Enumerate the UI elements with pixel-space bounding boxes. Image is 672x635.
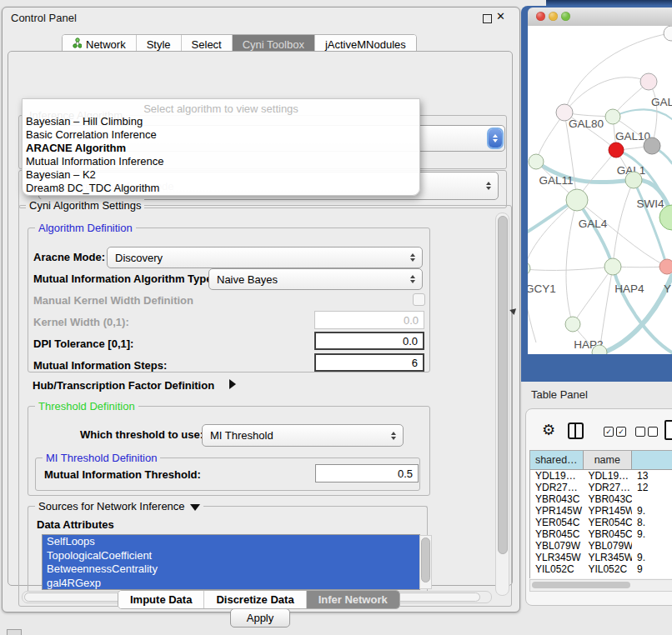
attribute-item[interactable]: BetweennessCentrality: [43, 562, 419, 577]
table-row[interactable]: YIL052CYIL052C9: [530, 563, 672, 575]
expand-arrow-icon[interactable]: [229, 379, 236, 389]
window-restore-icon[interactable]: [483, 14, 492, 23]
data-attributes-label: Data Attributes: [37, 518, 114, 531]
table-cell: YDL19…: [583, 470, 632, 482]
table-cell: YDL19…: [530, 470, 583, 482]
bottom-tab-discretize-data[interactable]: Discretize Data: [204, 591, 306, 608]
bottom-tab-infer-network[interactable]: Infer Network: [307, 591, 399, 608]
combo-stepper-icon[interactable]: [489, 129, 502, 148]
zoom-light[interactable]: [561, 12, 570, 21]
bottom-tab-impute-data[interactable]: Impute Data: [118, 591, 204, 608]
table-cell: YPR145W: [530, 505, 583, 517]
checked-box-icon[interactable]: ✓: [616, 427, 626, 437]
column-header[interactable]: shared…: [530, 451, 584, 469]
table-cell: [632, 540, 672, 552]
table-cell: YBR043C: [530, 493, 583, 505]
which-threshold-combo[interactable]: MI Threshold: [202, 424, 404, 447]
network-node-y[interactable]: [659, 259, 672, 274]
list-scrollbar[interactable]: [419, 535, 432, 589]
new-table-icon[interactable]: [664, 420, 672, 440]
table-cell: YDR27…: [583, 482, 632, 493]
settings-vertical-scrollbar[interactable]: [495, 212, 509, 596]
manual-kernel-label: Manual Kernel Width Definition: [33, 294, 193, 307]
attribute-item[interactable]: SelfLoops: [43, 535, 419, 549]
unchecked-box-icon[interactable]: [648, 427, 658, 437]
combo-stepper-icon[interactable]: [483, 179, 494, 192]
kernel-width-label: Kernel Width (0,1):: [33, 316, 129, 328]
mi-type-label: Mutual Information Algorithm Type:: [33, 272, 216, 285]
table-cell: YBL079W: [583, 540, 632, 552]
table-cell: 9.: [632, 505, 672, 517]
close-light[interactable]: [536, 12, 545, 21]
unchecked-box-icon[interactable]: [635, 427, 645, 437]
network-icon: [73, 38, 82, 51]
network-node-gcy1[interactable]: [528, 262, 530, 275]
attribute-item[interactable]: TopologicalCoefficient: [43, 549, 419, 563]
control-panel-title: Control Panel: [11, 12, 77, 24]
table-cell: YBR043C: [583, 493, 632, 505]
table-row[interactable]: YDL19…YDL19…13: [530, 470, 672, 482]
network-node-hap2[interactable]: [565, 317, 580, 332]
network-node[interactable]: [664, 26, 672, 41]
mi-steps-field[interactable]: 6: [314, 353, 424, 372]
algorithm-option[interactable]: Mutual Information Inference: [26, 155, 416, 168]
algorithm-option[interactable]: Bayesian – Hill Climbing: [26, 115, 416, 128]
kernel-width-field[interactable]: 0.0: [314, 311, 424, 329]
table-row[interactable]: YER054CYER054C8.: [530, 517, 672, 528]
algorithm-option[interactable]: Bayesian – K2: [26, 168, 416, 182]
aracne-mode-value: Discovery: [108, 252, 163, 264]
table-row[interactable]: YPR145WYPR145W9.: [530, 505, 672, 517]
algorithm-option[interactable]: Dream8 DC_TDC Algorithm: [26, 182, 416, 195]
dock-button[interactable]: [7, 629, 22, 635]
mi-threshold-field[interactable]: 0.5: [315, 464, 419, 482]
combo-stepper-icon[interactable]: [407, 251, 418, 264]
table-row[interactable]: YBR045CYBR045C9.: [530, 528, 672, 540]
dpi-tolerance-label: DPI Tolerance [0,1]:: [33, 338, 133, 350]
algorithm-popup-placeholder: Select algorithm to view settings: [23, 102, 419, 115]
hub-definition-label[interactable]: Hub/Transcription Factor Definition: [33, 379, 214, 392]
network-nodes[interactable]: GALGAL80GAL10GAL1GAL11SWI4GAL4GCY1HAP4YH…: [528, 26, 672, 354]
combo-stepper-icon[interactable]: [388, 429, 399, 442]
apply-button[interactable]: Apply: [230, 608, 290, 628]
network-node-gal[interactable]: [640, 73, 657, 90]
network-node-gal4[interactable]: [566, 189, 588, 211]
window-close-icon[interactable]: ✕: [496, 10, 505, 22]
table-body: YDL19…YDL19…13YDR27…YDR27…12YBR043CYBR04…: [530, 470, 672, 575]
manual-kernel-checkbox[interactable]: [413, 293, 425, 306]
network-graph: GALGAL80GAL10GAL1GAL11SWI4GAL4GCY1HAP4YH…: [528, 26, 672, 354]
algorithm-option[interactable]: Basic Correlation Inference: [26, 128, 416, 142]
table-row[interactable]: YBR043CYBR043C: [530, 493, 672, 505]
gear-icon[interactable]: ⚙: [542, 421, 555, 439]
table-horizontal-scrollbar[interactable]: [529, 579, 672, 592]
sources-title[interactable]: Sources for Network Inference: [35, 500, 203, 512]
node-table[interactable]: shared…name YDL19…YDL19…13YDR27…YDR27…12…: [529, 450, 672, 578]
mi-type-value: Naive Bayes: [209, 273, 278, 286]
data-attributes-list[interactable]: SelfLoopsTopologicalCoefficientBetweenne…: [42, 534, 420, 590]
network-node-hap4[interactable]: [604, 258, 621, 275]
network-node[interactable]: [644, 138, 660, 154]
column-header[interactable]: [632, 451, 672, 469]
network-node-gal10[interactable]: [605, 109, 620, 124]
network-window-titlebar[interactable]: [528, 8, 672, 27]
minimize-light[interactable]: [549, 12, 558, 21]
algorithm-definition-title: Algorithm Definition: [35, 222, 136, 234]
table-row[interactable]: YBL079WYBL079W: [530, 540, 672, 552]
sources-group: Sources for Network Inference Data Attri…: [28, 506, 428, 600]
table-row[interactable]: YDR27…YDR27…12: [530, 482, 672, 493]
table-row[interactable]: YLR345WYLR345W9.: [530, 552, 672, 563]
network-view-canvas[interactable]: GALGAL80GAL10GAL1GAL11SWI4GAL4GCY1HAP4YH…: [528, 26, 672, 354]
tab-label: Cyni Toolbox: [243, 38, 304, 51]
algorithm-option[interactable]: ARACNE Algorithm: [26, 142, 416, 155]
aracne-mode-combo[interactable]: Discovery: [107, 247, 423, 268]
network-node-gal11[interactable]: [529, 154, 544, 169]
dpi-tolerance-field[interactable]: 0.0: [314, 332, 424, 350]
checked-box-icon[interactable]: ✓: [604, 427, 614, 437]
attribute-item[interactable]: gal4RGexp: [43, 577, 419, 591]
network-node-gal1[interactable]: [609, 142, 624, 158]
combo-stepper-icon[interactable]: [407, 272, 418, 286]
split-columns-icon[interactable]: [568, 422, 584, 439]
network-node-swi4[interactable]: [625, 172, 642, 188]
collapse-arrow-icon[interactable]: [190, 504, 200, 511]
column-header[interactable]: name: [584, 451, 633, 469]
mi-type-combo[interactable]: Naive Bayes: [208, 268, 423, 290]
